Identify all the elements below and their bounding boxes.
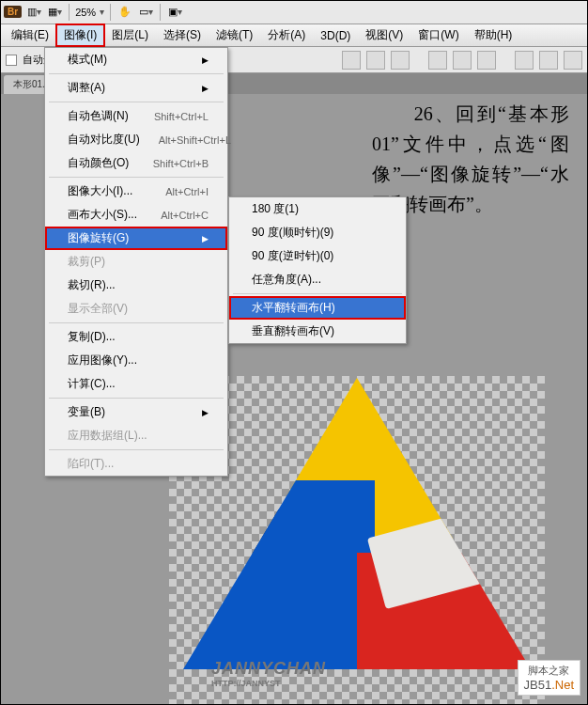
zoom-dropdown-icon[interactable]: ▾ [100,7,104,17]
separator [49,73,224,74]
submenu-180[interactable]: 180 度(1) [229,197,406,221]
doc-arrange-icon[interactable]: ▭▾ [137,4,154,21]
tool-strip: Br ▥▾ ▦▾ 25% ▾ ✋ ▭▾ ▣▾ [0,0,588,24]
menu-filter[interactable]: 滤镜(T) [209,24,260,46]
image-menu-dropdown: 模式(M)▶ 调整(A)▶ 自动色调(N)Shift+Ctrl+L 自动对比度(… [44,47,228,477]
align-icon-2[interactable] [366,51,385,70]
menu-layer[interactable]: 图层(L) [104,24,156,46]
submenu-90cw[interactable]: 90 度(顺时针)(9) [229,221,406,244]
submenu-flip-vertical-label: 垂直翻转画布(V) [252,323,334,339]
menu-trap-label: 陷印(T)... [68,456,114,472]
submenu-arrow-icon: ▶ [202,55,209,65]
menu-auto-contrast[interactable]: 自动对比度(U)Alt+Shift+Ctrl+L [45,128,227,151]
site-badge-b2: .Net [551,678,574,692]
site-badge-b1: JB51 [524,678,552,692]
separator [49,398,224,399]
menu-adjustments-label: 调整(A) [68,80,105,96]
menu-variables[interactable]: 变量(B)▶ [45,400,227,424]
hand-tool-icon[interactable]: ✋ [116,4,133,21]
menu-auto-contrast-label: 自动对比度(U) [68,132,140,148]
site-badge: 脚本之家 JB51.Net [518,660,580,696]
shortcut: Shift+Ctrl+L [154,111,209,122]
watermark-main: JANNYCHAN [211,659,326,678]
zoom-value[interactable]: 25% [75,7,96,18]
menu-canvas-size[interactable]: 画布大小(S)...Alt+Ctrl+C [45,203,227,227]
menu-reveal-all[interactable]: 显示全部(V) [45,297,227,321]
dist-icon-2[interactable] [539,51,558,70]
menu-reveal-all-label: 显示全部(V) [68,301,128,317]
menu-window[interactable]: 窗口(W) [410,24,466,46]
menu-canvas-size-label: 画布大小(S)... [68,207,137,223]
align-icon-4[interactable] [428,51,447,70]
menu-trim-label: 裁切(R)... [68,277,116,293]
screen-mode-icon[interactable]: ▣▾ [166,4,183,21]
menu-image-rotation[interactable]: 图像旋转(G)▶ [45,227,227,250]
watermark-author: JANNYCHAN HTTP://JANNYST [211,659,326,688]
separator [49,449,224,450]
shortcut: Alt+Ctrl+I [165,186,209,197]
menu-auto-tone-label: 自动色调(N) [68,108,129,124]
submenu-90ccw-label: 90 度(逆时针)(0) [252,248,333,264]
align-icon-3[interactable] [391,51,410,70]
menu-help[interactable]: 帮助(H) [467,24,520,46]
dist-icon-1[interactable] [515,51,534,70]
shortcut: Alt+Ctrl+C [161,210,209,221]
align-icon-5[interactable] [453,51,472,70]
submenu-flip-horizontal[interactable]: 水平翻转画布(H) [229,296,406,320]
separator [69,4,70,21]
menu-apply-image-label: 应用图像(Y)... [68,352,137,368]
image-rotation-submenu: 180 度(1) 90 度(顺时针)(9) 90 度(逆时针)(0) 任意角度(… [228,196,407,344]
menu-auto-color-label: 自动颜色(O) [68,155,129,171]
menu-auto-tone[interactable]: 自动色调(N)Shift+Ctrl+L [45,104,227,128]
menu-mode[interactable]: 模式(M)▶ [45,48,227,71]
launch-minibridge-icon[interactable]: ▥▾ [25,4,42,21]
submenu-180-label: 180 度(1) [252,201,299,217]
menu-trim[interactable]: 裁切(R)... [45,274,227,297]
menu-mode-label: 模式(M) [68,52,107,68]
separator [233,293,402,294]
menu-view[interactable]: 视图(V) [358,24,410,46]
menu-select[interactable]: 选择(S) [156,24,209,46]
menu-apply-data[interactable]: 应用数据组(L)... [45,424,227,447]
menu-apply-data-label: 应用数据组(L)... [68,428,147,444]
separator [49,322,224,323]
panels-icon[interactable]: ▦▾ [46,4,63,21]
menu-adjustments[interactable]: 调整(A)▶ [45,76,227,100]
submenu-arbitrary-label: 任意角度(A)... [252,272,321,288]
menu-crop-label: 裁剪(P) [68,254,105,270]
menu-analysis[interactable]: 分析(A) [260,24,313,46]
separator [160,4,161,21]
separator [49,102,224,102]
submenu-flip-horizontal-label: 水平翻转画布(H) [252,300,335,316]
menu-image-size[interactable]: 图像大小(I)...Alt+Ctrl+I [45,180,227,203]
menu-crop[interactable]: 裁剪(P) [45,250,227,274]
bridge-badge[interactable]: Br [4,6,22,18]
menu-trap[interactable]: 陷印(T)... [45,452,227,476]
align-icon-1[interactable] [342,51,361,70]
menu-image-rotation-label: 图像旋转(G) [68,230,129,246]
submenu-90cw-label: 90 度(顺时针)(9) [252,225,333,241]
menu-bar: 编辑(E) 图像(I) 图层(L) 选择(S) 滤镜(T) 分析(A) 3D(D… [0,24,588,47]
submenu-arrow-icon: ▶ [202,234,209,243]
shortcut: Shift+Ctrl+B [153,158,209,169]
align-icon-6[interactable] [477,51,496,70]
menu-apply-image[interactable]: 应用图像(Y)... [45,349,227,372]
menu-calculations[interactable]: 计算(C)... [45,372,227,396]
submenu-arrow-icon: ▶ [202,408,209,417]
menu-image-size-label: 图像大小(I)... [68,183,132,199]
separator [110,4,111,21]
submenu-arbitrary[interactable]: 任意角度(A)... [229,268,406,291]
menu-auto-color[interactable]: 自动颜色(O)Shift+Ctrl+B [45,151,227,175]
menu-3d[interactable]: 3D(D) [313,26,358,45]
watermark-url: HTTP://JANNYST [211,679,326,688]
menu-duplicate[interactable]: 复制(D)... [45,325,227,349]
shortcut: Alt+Shift+Ctrl+L [159,134,231,146]
menu-image[interactable]: 图像(I) [56,24,104,46]
auto-select-checkbox[interactable] [6,55,17,66]
menu-edit[interactable]: 编辑(E) [4,24,56,46]
submenu-flip-vertical[interactable]: 垂直翻转画布(V) [229,320,406,343]
submenu-90ccw[interactable]: 90 度(逆时针)(0) [229,244,406,268]
menu-variables-label: 变量(B) [68,404,105,420]
dist-icon-3[interactable] [564,51,582,70]
site-badge-top: 脚本之家 [524,664,574,678]
